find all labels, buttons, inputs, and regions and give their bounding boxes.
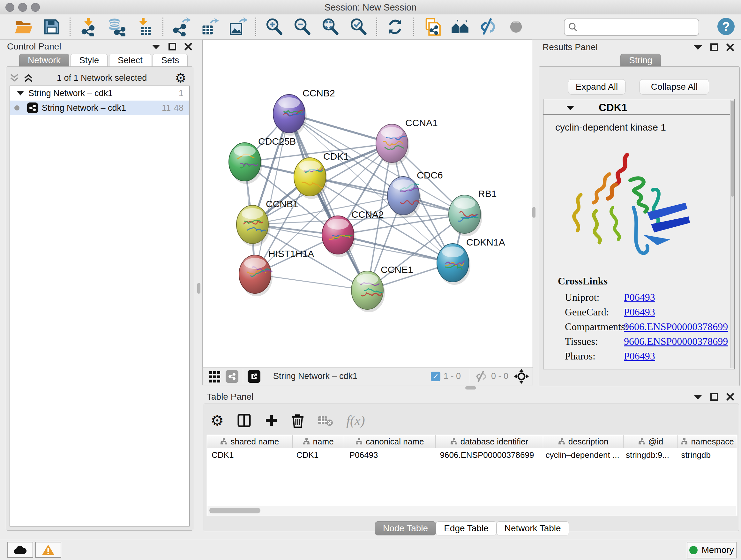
expand-all-button[interactable]: Expand All: [568, 79, 625, 95]
tab-network-table[interactable]: Network Table: [496, 521, 569, 536]
string-view-icon[interactable]: [226, 370, 239, 383]
compartments-link[interactable]: 9606.ENSP00000378699: [624, 321, 728, 333]
table-row[interactable]: CDK1 CDK1 P06493 9606.ENSP00000378699 cy…: [207, 448, 737, 462]
apply-layout-icon[interactable]: [386, 17, 405, 37]
table-float-icon[interactable]: [711, 393, 718, 401]
birds-eye-grid-icon[interactable]: [208, 370, 221, 383]
export-network-icon[interactable]: [172, 17, 191, 37]
import-network-file-icon[interactable]: [79, 17, 98, 37]
svg-text:CDK1: CDK1: [323, 151, 349, 162]
zoom-selected-icon[interactable]: [349, 17, 368, 37]
delete-column-icon[interactable]: [291, 413, 304, 428]
column-header[interactable]: description: [543, 435, 624, 448]
left-splitter-handle[interactable]: [197, 283, 200, 294]
add-column-icon[interactable]: [265, 414, 278, 427]
svg-text:CCNA1: CCNA1: [405, 118, 438, 128]
network-node-CDK1: CDK1: [294, 151, 349, 199]
eye-icon[interactable]: [507, 17, 526, 37]
network-collection-row[interactable]: String Network – cdk1 1: [10, 86, 189, 101]
tab-string[interactable]: String: [620, 54, 661, 67]
table-horizontal-scrollbar[interactable]: [207, 506, 736, 515]
control-panel-title: Control Panel: [7, 42, 61, 52]
column-header[interactable]: canonical name: [344, 435, 435, 448]
column-header[interactable]: @id: [623, 435, 678, 448]
navigator-crosshair-icon[interactable]: [514, 369, 529, 384]
tissues-link[interactable]: 9606.ENSP00000378699: [624, 335, 728, 348]
collapse-all-icon[interactable]: [10, 74, 19, 82]
svg-text:CDC6: CDC6: [417, 170, 443, 180]
right-splitter-handle[interactable]: [532, 207, 536, 218]
network-node-count: 11: [162, 103, 171, 113]
memory-status-dot-icon: [689, 546, 697, 554]
open-in-browser-icon[interactable]: [248, 370, 260, 383]
node-table-header: shared name name canonical name database…: [207, 435, 737, 448]
import-network-database-icon[interactable]: [107, 17, 126, 37]
protein-description: cyclin-dependent kinase 1: [555, 122, 666, 133]
cloud-status-button[interactable]: [7, 542, 33, 558]
expand-all-icon[interactable]: [23, 74, 33, 82]
save-session-icon[interactable]: [42, 17, 61, 37]
table-close-icon[interactable]: [726, 393, 734, 401]
show-all-houses-icon[interactable]: [450, 17, 469, 37]
genecard-link[interactable]: P06493: [624, 306, 655, 318]
svg-text:CCNA2: CCNA2: [351, 209, 384, 220]
column-header[interactable]: shared name: [207, 435, 293, 448]
memory-button[interactable]: Memory: [687, 542, 737, 558]
clone-network-icon[interactable]: [422, 17, 441, 37]
network-view-title: String Network – cdk1: [273, 371, 357, 381]
import-table-icon[interactable]: [135, 17, 154, 37]
zoom-fit-icon[interactable]: [321, 17, 340, 37]
results-menu-icon[interactable]: [694, 45, 702, 50]
network-collection-count: 1: [179, 88, 184, 98]
memory-label: Memory: [701, 545, 734, 555]
results-close-icon[interactable]: [726, 44, 734, 51]
search-input[interactable]: [582, 22, 698, 33]
help-button[interactable]: ?: [718, 18, 735, 35]
results-vertical-scrollbar[interactable]: [730, 100, 734, 368]
protein-structure-image: [562, 144, 702, 271]
column-header[interactable]: database identifier: [435, 435, 543, 448]
panel-close-icon[interactable]: [185, 43, 192, 51]
pharos-link[interactable]: P06493: [624, 350, 655, 362]
export-image-icon[interactable]: [228, 17, 247, 37]
tree-expander-icon[interactable]: [17, 91, 24, 96]
function-builder-icon: f(x): [346, 413, 365, 428]
current-network-dot-icon: [14, 105, 19, 111]
search-box: [564, 18, 699, 36]
open-file-icon[interactable]: [14, 17, 33, 37]
bottom-splitter-handle[interactable]: [465, 386, 476, 389]
network-node-HIST1H1A: HIST1H1A: [239, 248, 314, 296]
table-menu-icon[interactable]: [694, 394, 702, 399]
export-table-icon[interactable]: [200, 17, 219, 37]
zoom-in-icon[interactable]: [265, 17, 284, 37]
tab-select[interactable]: Select: [109, 54, 151, 67]
selected-nodes-checkbox-icon[interactable]: ✓: [431, 372, 441, 381]
panel-float-icon[interactable]: [169, 43, 176, 51]
crosslink-label: Tissues:: [565, 335, 624, 348]
column-header[interactable]: namespace: [678, 435, 737, 448]
tab-edge-table[interactable]: Edge Table: [436, 521, 496, 536]
collapse-all-button[interactable]: Collapse All: [639, 79, 709, 95]
svg-text:CDKN1A: CDKN1A: [466, 237, 505, 247]
uniprot-link[interactable]: P06493: [624, 292, 655, 303]
tab-style[interactable]: Style: [71, 54, 108, 67]
tab-network[interactable]: Network: [19, 54, 69, 67]
show-columns-icon[interactable]: [237, 414, 251, 428]
hide-selected-icon[interactable]: [478, 17, 497, 37]
zoom-out-icon[interactable]: [293, 17, 312, 37]
network-canvas[interactable]: CCNB2CCNA1CDC25BCDK1CDC6RB1CCNB1CCNA2CDK…: [202, 40, 532, 367]
tab-sets[interactable]: Sets: [152, 54, 188, 67]
warning-status-button[interactable]: [35, 542, 61, 558]
network-node-CDKN1A: CDKN1A: [437, 237, 505, 285]
network-options-gear-icon[interactable]: ⚙: [175, 71, 186, 85]
table-panel-title: Table Panel: [207, 392, 253, 402]
column-header[interactable]: name: [293, 435, 344, 448]
network-row[interactable]: String Network – cdk1 11 48: [10, 101, 189, 115]
protein-collapse-icon[interactable]: [566, 105, 575, 110]
panel-menu-icon[interactable]: [152, 44, 160, 49]
tab-node-table[interactable]: Node Table: [375, 521, 436, 536]
table-options-gear-icon[interactable]: ⚙: [211, 412, 224, 429]
network-tree: String Network – cdk1 1 String Network –…: [10, 85, 190, 526]
delete-table-icon: [318, 415, 333, 427]
results-float-icon[interactable]: [711, 44, 718, 51]
